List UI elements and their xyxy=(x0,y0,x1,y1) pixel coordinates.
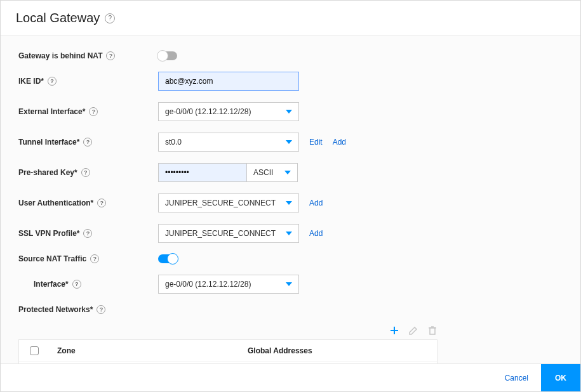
label-source-nat: Source NAT Traffic ? xyxy=(18,254,158,263)
select-value: ge-0/0/0 (12.12.12.12/28) xyxy=(165,107,251,116)
help-icon[interactable]: ? xyxy=(90,254,99,263)
help-icon[interactable]: ? xyxy=(97,199,106,207)
help-icon[interactable]: ? xyxy=(81,168,90,177)
row-ike-id: IKE ID* ? xyxy=(18,72,563,91)
col-header-zone: Zone xyxy=(50,340,240,362)
label-protected-networks: Protected Networks* ? xyxy=(18,305,158,314)
protected-networks-toolbar xyxy=(18,325,437,336)
help-icon[interactable]: ? xyxy=(48,77,57,86)
label-user-auth: User Authentication* ? xyxy=(18,199,158,207)
tunnel-edit-link[interactable]: Edit xyxy=(309,138,323,147)
label-ike-id: IKE ID* ? xyxy=(18,77,158,86)
label-text: External Interface* xyxy=(18,107,85,116)
tunnel-interface-select[interactable]: st0.0 xyxy=(158,133,299,152)
select-all-checkbox[interactable] xyxy=(30,346,39,355)
tunnel-add-link[interactable]: Add xyxy=(333,138,346,147)
select-value: st0.0 xyxy=(165,138,182,147)
cancel-button[interactable]: Cancel xyxy=(492,364,541,391)
chevron-down-icon xyxy=(286,232,292,235)
protected-networks-table: Zone Global Addresses trust Internal 1 i… xyxy=(18,339,437,363)
ok-button[interactable]: OK xyxy=(541,364,580,391)
row-tunnel-interface: Tunnel Interface* ? st0.0 Edit Add xyxy=(18,133,563,152)
label-text: SSL VPN Profile* xyxy=(18,229,79,238)
psk-group: ASCII xyxy=(158,163,298,182)
help-icon[interactable]: ? xyxy=(83,229,92,238)
modal-header: Local Gateway ? xyxy=(1,1,580,36)
user-auth-add-link[interactable]: Add xyxy=(309,199,323,207)
label-text: Protected Networks* xyxy=(18,305,93,314)
psk-input[interactable] xyxy=(158,163,247,182)
external-interface-select[interactable]: ge-0/0/0 (12.12.12.12/28) xyxy=(158,102,299,121)
row-user-auth: User Authentication* ? JUNIPER_SECURE_CO… xyxy=(18,193,563,212)
row-ssl-vpn: SSL VPN Profile* ? JUNIPER_SECURE_CONNEC… xyxy=(18,224,563,243)
label-gateway-behind-nat: Gateway is behind NAT ? xyxy=(18,51,158,60)
help-icon[interactable]: ? xyxy=(83,138,92,147)
row-protected-networks-label: Protected Networks* ? xyxy=(18,305,563,314)
label-text: User Authentication* xyxy=(18,199,93,207)
chevron-down-icon xyxy=(286,282,292,286)
local-gateway-modal: Local Gateway ? Gateway is behind NAT ? … xyxy=(0,0,581,392)
label-external-interface: External Interface* ? xyxy=(18,107,158,116)
edit-icon xyxy=(408,325,418,336)
toggle-knob xyxy=(167,253,178,265)
select-value: JUNIPER_SECURE_CONNECT xyxy=(165,199,276,207)
chevron-down-icon xyxy=(286,140,292,144)
row-source-nat: Source NAT Traffic ? xyxy=(18,254,563,263)
help-icon[interactable]: ? xyxy=(72,280,81,289)
toggle-knob xyxy=(157,50,168,62)
select-value: ge-0/0/0 (12.12.12.12/28) xyxy=(165,280,251,289)
chevron-down-icon xyxy=(286,110,292,114)
label-text: Source NAT Traffic xyxy=(18,254,86,263)
select-value: ASCII xyxy=(253,168,273,177)
label-text: Interface* xyxy=(34,280,69,289)
ssl-vpn-add-link[interactable]: Add xyxy=(309,229,323,238)
gateway-behind-nat-toggle[interactable] xyxy=(158,51,177,60)
help-icon[interactable]: ? xyxy=(97,305,105,314)
delete-icon xyxy=(427,325,437,336)
select-value: JUNIPER_SECURE_CONNECT xyxy=(165,229,276,238)
chevron-down-icon xyxy=(284,171,291,174)
label-psk: Pre-shared Key* ? xyxy=(18,168,158,177)
row-gateway-behind-nat: Gateway is behind NAT ? xyxy=(18,51,563,60)
label-ssl-vpn: SSL VPN Profile* ? xyxy=(18,229,158,238)
add-icon[interactable] xyxy=(389,325,399,336)
help-icon[interactable]: ? xyxy=(89,107,98,116)
row-interface: Interface* ? ge-0/0/0 (12.12.12.12/28) xyxy=(18,275,563,294)
label-tunnel-interface: Tunnel Interface* ? xyxy=(18,138,158,147)
label-text: Tunnel Interface* xyxy=(18,138,79,147)
label-text: Gateway is behind NAT xyxy=(18,51,102,60)
row-psk: Pre-shared Key* ? ASCII xyxy=(18,163,563,182)
label-text: IKE ID* xyxy=(18,77,44,86)
table-header-row: Zone Global Addresses xyxy=(19,340,437,362)
user-auth-select[interactable]: JUNIPER_SECURE_CONNECT xyxy=(158,193,299,212)
modal-body[interactable]: Gateway is behind NAT ? IKE ID* ? Extern… xyxy=(1,36,580,363)
psk-encoding-select[interactable]: ASCII xyxy=(247,163,298,182)
help-icon[interactable]: ? xyxy=(106,51,115,60)
col-header-global: Global Addresses xyxy=(240,340,437,362)
label-text: Pre-shared Key* xyxy=(18,168,77,177)
label-interface: Interface* ? xyxy=(18,280,158,289)
ike-id-input[interactable] xyxy=(158,72,299,91)
chevron-down-icon xyxy=(286,201,292,205)
help-icon[interactable]: ? xyxy=(105,13,115,23)
ssl-vpn-select[interactable]: JUNIPER_SECURE_CONNECT xyxy=(158,224,299,243)
source-nat-toggle[interactable] xyxy=(158,254,177,263)
row-external-interface: External Interface* ? ge-0/0/0 (12.12.12… xyxy=(18,102,563,121)
svg-rect-2 xyxy=(430,328,435,334)
modal-footer: Cancel OK xyxy=(1,363,580,391)
page-title: Local Gateway xyxy=(16,11,100,25)
interface-select[interactable]: ge-0/0/0 (12.12.12.12/28) xyxy=(158,275,299,294)
